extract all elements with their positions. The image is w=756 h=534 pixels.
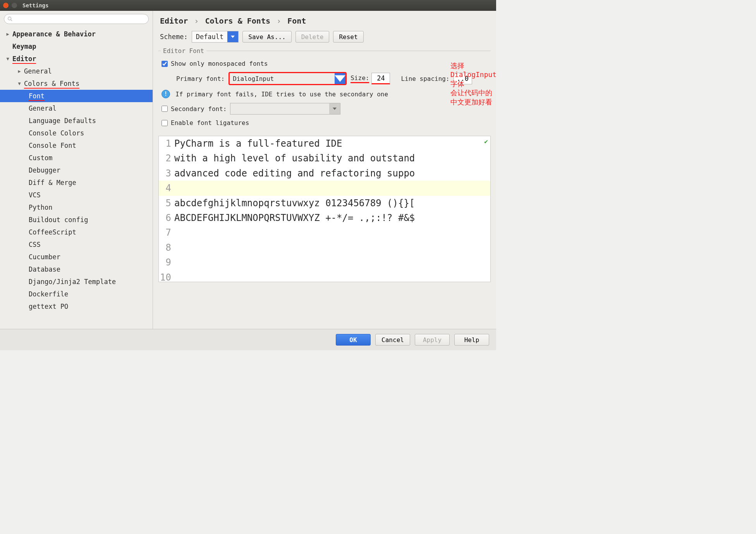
reset-button[interactable]: Reset: [333, 31, 363, 43]
editor-font-group: Editor Font Show only monospaced fonts P…: [158, 47, 491, 129]
breadcrumb: Editor › Colors & Fonts › Font: [153, 11, 496, 29]
mono-checkbox[interactable]: [162, 61, 168, 67]
tree-item[interactable]: ▼Editor: [0, 53, 153, 65]
line-spacing-label: Line spacing:: [401, 75, 449, 82]
tree-item[interactable]: VCS: [0, 189, 153, 201]
delete-button: Delete: [296, 31, 330, 43]
chevron-down-icon: [335, 73, 345, 84]
help-button[interactable]: Help: [454, 334, 489, 346]
secondary-font-combo[interactable]: [230, 103, 340, 115]
svg-point-0: [8, 17, 11, 20]
info-icon: !: [162, 90, 170, 98]
window-close-icon[interactable]: [3, 3, 9, 8]
tree-item[interactable]: Language Defaults: [0, 115, 153, 127]
secondary-hint: If primary font fails, IDE tries to use …: [175, 91, 388, 98]
tree-item[interactable]: ▶General: [0, 65, 153, 77]
preview-line: 8: [159, 240, 490, 255]
breadcrumb-c: Font: [287, 16, 306, 26]
tree-item[interactable]: ▼Colors & Fonts: [0, 77, 153, 90]
window-min-icon[interactable]: [12, 3, 17, 8]
tree-item[interactable]: Console Font: [0, 139, 153, 152]
dialog-footer: OK Cancel Apply Help: [0, 329, 496, 350]
tree-item[interactable]: Custom: [0, 152, 153, 164]
size-label: Size:: [351, 74, 369, 83]
tree-item[interactable]: Cucumber: [0, 251, 153, 263]
tree-item[interactable]: Django/Jinja2 Template: [0, 276, 153, 288]
ligatures-label: Enable font ligatures: [171, 119, 249, 127]
preview-line: 2with a high level of usability and outs…: [159, 151, 490, 166]
search-field[interactable]: [4, 14, 149, 24]
primary-font-value: DialogInput: [230, 75, 335, 82]
tree-item[interactable]: Console Colors: [0, 127, 153, 139]
preview-line: 9: [159, 255, 490, 270]
tree-item[interactable]: CoffeeScript: [0, 226, 153, 238]
window-title: Settings: [22, 2, 48, 9]
ligatures-checkbox[interactable]: [162, 120, 168, 126]
tree-item[interactable]: Debugger: [0, 164, 153, 176]
primary-font-label: Primary font:: [176, 75, 225, 82]
preview-line: 5abcdefghijklmnopqrstuvwxyz 0123456789 (…: [159, 196, 490, 211]
cancel-button[interactable]: Cancel: [375, 334, 410, 346]
tree-item[interactable]: CSS: [0, 238, 153, 251]
annotation-line2: 会让代码中的中文更加好看: [450, 88, 496, 106]
chevron-down-icon: [329, 103, 340, 114]
tree-item[interactable]: ▶Appearance & Behavior: [0, 28, 153, 40]
settings-sidebar: ▶Appearance & BehaviorKeymap▼Editor▶Gene…: [0, 11, 153, 329]
ok-button[interactable]: OK: [336, 334, 371, 346]
apply-button: Apply: [415, 334, 450, 346]
primary-font-combo[interactable]: DialogInput: [229, 72, 347, 85]
secondary-font-label: Secondary font:: [171, 105, 227, 113]
tree-item[interactable]: Buildout config: [0, 214, 153, 226]
preview-line: 6ABCDEFGHIJKLMNOPQRSTUVWXYZ +-*/= .,;:!?…: [159, 211, 490, 225]
preview-line: 3advanced code editing and refactoring s…: [159, 166, 490, 181]
tree-item[interactable]: Diff & Merge: [0, 176, 153, 189]
font-preview: ✔ 1PyCharm is a full-featured IDE2with a…: [158, 136, 491, 282]
scheme-label: Scheme:: [160, 33, 188, 41]
chevron-down-icon: [227, 31, 238, 42]
breadcrumb-b: Colors & Fonts: [205, 16, 270, 26]
mono-label: Show only monospaced fonts: [171, 60, 268, 67]
tree-item[interactable]: gettext PO: [0, 300, 153, 313]
size-input[interactable]: [371, 73, 390, 84]
tree-item[interactable]: General: [0, 102, 153, 115]
breadcrumb-a: Editor: [160, 16, 188, 26]
tree-item[interactable]: Python: [0, 201, 153, 214]
svg-line-1: [11, 20, 12, 21]
tree-item[interactable]: Database: [0, 263, 153, 276]
check-icon: ✔: [484, 138, 488, 145]
tree-item[interactable]: Keymap: [0, 40, 153, 53]
save-as-button[interactable]: Save As...: [242, 31, 291, 43]
preview-line: 1PyCharm is a full-featured IDE: [159, 136, 490, 151]
tree-item[interactable]: Dockerfile: [0, 288, 153, 300]
settings-tree[interactable]: ▶Appearance & BehaviorKeymap▼Editor▶Gene…: [0, 26, 153, 329]
preview-line: 10: [159, 270, 490, 282]
breadcrumb-sep: ›: [194, 16, 199, 26]
editor-font-legend: Editor Font: [161, 47, 206, 55]
scheme-combo[interactable]: Default: [192, 31, 239, 43]
search-input[interactable]: [14, 16, 145, 22]
annotation-line1: 选择 DialogInput 字体: [450, 61, 496, 88]
tree-item[interactable]: Font: [0, 90, 153, 102]
annotation: 选择 DialogInput 字体 会让代码中的中文更加好看: [450, 61, 496, 106]
preview-line: 7: [159, 225, 490, 240]
titlebar: Settings: [0, 0, 496, 11]
scheme-value: Default: [192, 33, 228, 41]
main-panel: Editor › Colors & Fonts › Font Scheme: D…: [153, 11, 496, 329]
preview-line: 4: [159, 181, 490, 195]
breadcrumb-sep: ›: [277, 16, 281, 26]
search-icon: [7, 16, 13, 22]
secondary-font-checkbox[interactable]: [162, 106, 168, 112]
